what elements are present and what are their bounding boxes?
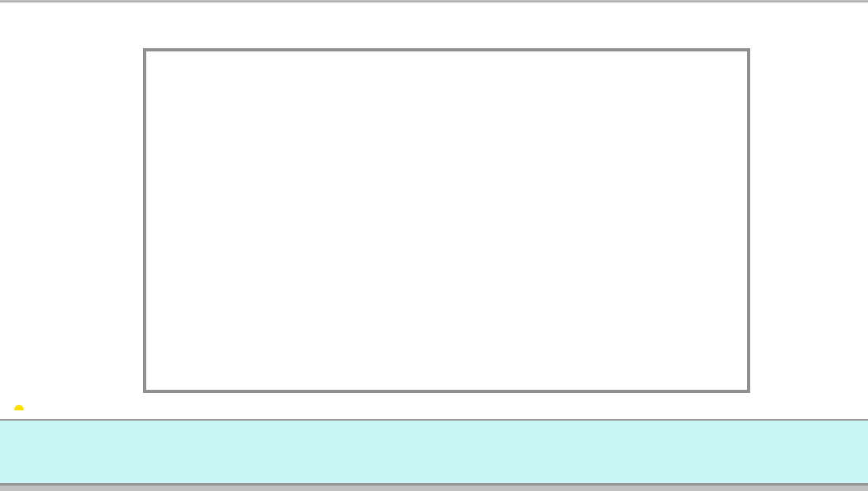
window-bottom-edge bbox=[0, 485, 868, 491]
stats-table bbox=[0, 419, 868, 485]
window-top-edge bbox=[0, 0, 868, 2]
moon-time bbox=[11, 405, 24, 410]
weather-chart bbox=[146, 51, 747, 390]
moon-icon bbox=[14, 405, 24, 410]
weather-app-window bbox=[0, 0, 868, 491]
